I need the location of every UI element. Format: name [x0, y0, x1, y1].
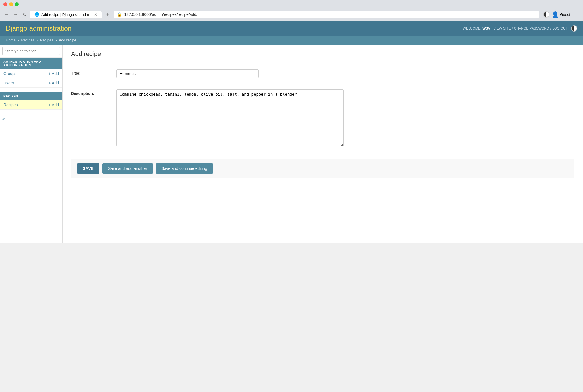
description-form-row: Description: Combine chickpeas, tahini, …	[71, 89, 574, 153]
description-textarea[interactable]: Combine chickpeas, tahini, lemon, olive …	[116, 89, 344, 146]
tab-globe-icon: 🌐	[34, 12, 39, 17]
dot-red[interactable]	[3, 2, 7, 6]
django-body: AUTHENTICATION AND AUTHORIZATION Groups …	[0, 45, 583, 243]
breadcrumb-sep-1: ›	[18, 38, 19, 42]
sidebar-gap-2	[0, 110, 62, 114]
browser-dots	[3, 2, 19, 6]
forward-button[interactable]: →	[13, 11, 19, 18]
change-password-link[interactable]: CHANGE PASSWORD	[514, 26, 549, 30]
lock-icon: 🔒	[117, 12, 122, 17]
breadcrumb: Home › Recipes › Recipes › Add recipe	[0, 36, 583, 45]
breadcrumb-sep-2: ›	[37, 38, 38, 42]
browser-toolbar	[3, 2, 580, 6]
browser-user: 👤 Guest	[552, 11, 570, 18]
save-button[interactable]: SAVE	[77, 163, 99, 174]
user-nav: WELCOME, WSV . VIEW SITE / CHANGE PASSWO…	[463, 25, 577, 32]
username: WSV	[482, 26, 490, 30]
sidebar-groups-add[interactable]: + Add	[49, 71, 59, 76]
reload-button[interactable]: ↻	[22, 11, 28, 18]
welcome-text: WELCOME,	[463, 26, 481, 30]
page-title: Add recipe	[71, 50, 574, 62]
address-bar: 🔒 127.0.0.1:8000/admin/recipes/recipe/ad…	[114, 11, 539, 18]
browser-actions: 👤 Guest ⋮	[543, 10, 580, 19]
active-tab[interactable]: 🌐 Add recipe | Django site admin ✕	[30, 11, 102, 18]
sidebar-groups-link[interactable]: Groups	[3, 71, 16, 76]
sidebar-item-recipes: Recipes + Add	[0, 100, 62, 110]
color-theme-toggle[interactable]	[571, 25, 577, 32]
sidebar-auth-section-header: AUTHENTICATION AND AUTHORIZATION	[0, 58, 62, 69]
title-form-row: Title:	[71, 69, 574, 84]
sidebar-filter-input[interactable]	[2, 47, 60, 55]
sidebar-collapse-button[interactable]: «	[0, 114, 62, 124]
sidebar-users-add[interactable]: + Add	[49, 81, 59, 85]
user-avatar-icon: 👤	[552, 11, 559, 18]
sidebar-recipes-add[interactable]: + Add	[49, 103, 59, 107]
sidebar-gap	[0, 88, 62, 92]
nav-separator-2: /	[512, 26, 513, 30]
back-button[interactable]: ←	[3, 11, 10, 18]
sidebar: AUTHENTICATION AND AUTHORIZATION Groups …	[0, 45, 63, 243]
tab-label: Add recipe | Django site admin	[41, 12, 92, 17]
django-admin-title: Django administration	[6, 24, 72, 32]
title-input[interactable]	[116, 69, 259, 78]
main-content: Add recipe Title: Description: Combine c…	[63, 45, 583, 243]
view-site-link[interactable]: VIEW SITE	[494, 26, 511, 30]
sidebar-item-groups: Groups + Add	[0, 69, 62, 78]
submit-row: SAVE Save and add another Save and conti…	[71, 159, 574, 178]
breadcrumb-recipes-model[interactable]: Recipes	[40, 38, 53, 42]
sidebar-filter	[0, 45, 62, 58]
address-url: 127.0.0.1:8000/admin/recipes/recipe/add/	[124, 12, 535, 17]
browser-chrome: ← → ↻ 🌐 Add recipe | Django site admin ✕…	[0, 0, 583, 21]
description-label: Description:	[71, 89, 116, 96]
browser-tabs: ← → ↻ 🌐 Add recipe | Django site admin ✕…	[3, 9, 580, 21]
user-label: Guest	[560, 12, 570, 17]
breadcrumb-sep-3: ›	[55, 38, 57, 42]
save-and-add-button[interactable]: Save and add another	[102, 163, 153, 174]
dot-green[interactable]	[15, 2, 19, 6]
breadcrumb-home[interactable]: Home	[6, 38, 16, 42]
sidebar-recipes-section-header: RECIPES	[0, 92, 62, 100]
dot-yellow[interactable]	[9, 2, 13, 6]
sidebar-users-link[interactable]: Users	[3, 81, 14, 85]
django-header: Django administration WELCOME, WSV . VIE…	[0, 21, 583, 36]
theme-toggle-icon[interactable]	[543, 11, 549, 18]
new-tab-button[interactable]: +	[104, 11, 112, 19]
nav-separator-3: /	[550, 26, 551, 30]
sidebar-item-users: Users + Add	[0, 78, 62, 88]
breadcrumb-current: Add recipe	[59, 38, 76, 42]
nav-separator-1: .	[491, 26, 492, 30]
breadcrumb-recipes-app[interactable]: Recipes	[21, 38, 34, 42]
title-field	[116, 69, 574, 78]
save-and-continue-button[interactable]: Save and continue editing	[156, 163, 213, 174]
description-field: Combine chickpeas, tahini, lemon, olive …	[116, 89, 574, 147]
browser-menu-icon[interactable]: ⋮	[572, 10, 580, 19]
tab-close-icon[interactable]: ✕	[94, 12, 97, 17]
log-out-link[interactable]: LOG OUT	[552, 26, 568, 30]
title-label: Title:	[71, 69, 116, 76]
sidebar-recipes-link[interactable]: Recipes	[3, 103, 18, 107]
